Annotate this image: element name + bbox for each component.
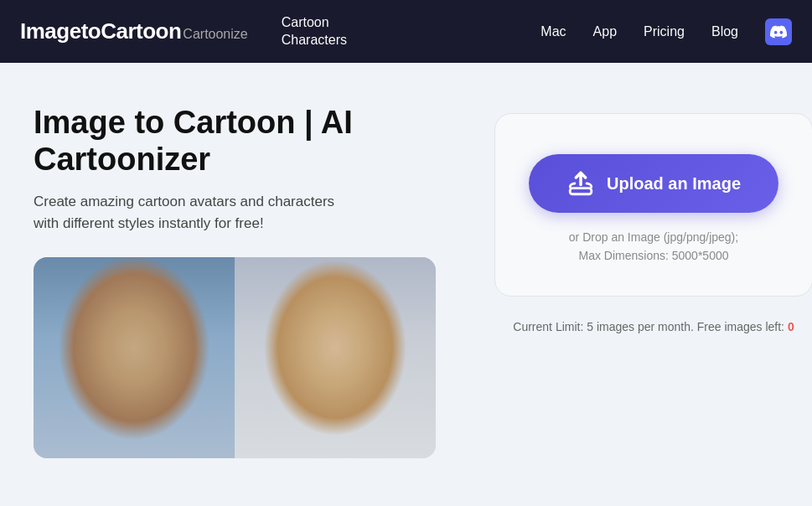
limit-count: 0: [788, 320, 794, 333]
hero-left: Image to Cartoon | AI Cartoonizer Create…: [34, 105, 444, 458]
upload-hint: or Drop an Image (jpg/png/jpeg); Max Dim…: [569, 228, 738, 266]
nav-link-mac[interactable]: Mac: [540, 24, 566, 39]
nav-links: Mac App Pricing Blog: [540, 18, 792, 45]
svg-rect-0: [570, 188, 592, 194]
nav-link-app[interactable]: App: [593, 24, 617, 39]
upload-card: Upload an Image or Drop an Image (jpg/pn…: [494, 113, 812, 297]
face-realistic-img: [34, 257, 235, 458]
image-comparison: [34, 257, 436, 458]
upload-hint-line2: Max Dimensions: 5000*5000: [579, 249, 729, 262]
limit-text: Current Limit: 5 images per month. Free …: [513, 320, 794, 333]
page-subtitle: Create amazing cartoon avatars and chara…: [34, 191, 444, 234]
nav-cartoon-line1: Cartoon: [282, 14, 329, 32]
navbar: ImagetoCartoon Cartoonize Cartoon Charac…: [0, 0, 812, 63]
nav-link-blog[interactable]: Blog: [711, 24, 738, 39]
nav-cartoon-line2: Characters: [282, 32, 347, 49]
upload-icon: [566, 169, 595, 198]
limit-label: Current Limit: 5 images per month. Free …: [513, 320, 784, 333]
upload-button[interactable]: Upload an Image: [529, 154, 778, 213]
page-title: Image to Cartoon | AI Cartoonizer: [34, 105, 444, 178]
nav-cartoon-characters[interactable]: Cartoon Characters: [282, 14, 347, 49]
brand-logo[interactable]: ImagetoCartoon Cartoonize: [20, 18, 248, 44]
upload-hint-line1: or Drop an Image (jpg/png/jpeg);: [569, 230, 738, 244]
face-cartoon-img: [235, 257, 436, 458]
main-content: Image to Cartoon | AI Cartoonizer Create…: [0, 63, 812, 506]
brand-name-sub: Cartoonize: [183, 27, 247, 42]
hero-right: Upload an Image or Drop an Image (jpg/pn…: [494, 105, 812, 333]
upload-button-label: Upload an Image: [607, 174, 741, 194]
nav-link-pricing[interactable]: Pricing: [644, 24, 685, 39]
original-image: [34, 257, 235, 458]
cartoon-image: [235, 257, 436, 458]
brand-name-main: ImagetoCartoon: [20, 18, 181, 44]
discord-icon[interactable]: [765, 18, 792, 45]
